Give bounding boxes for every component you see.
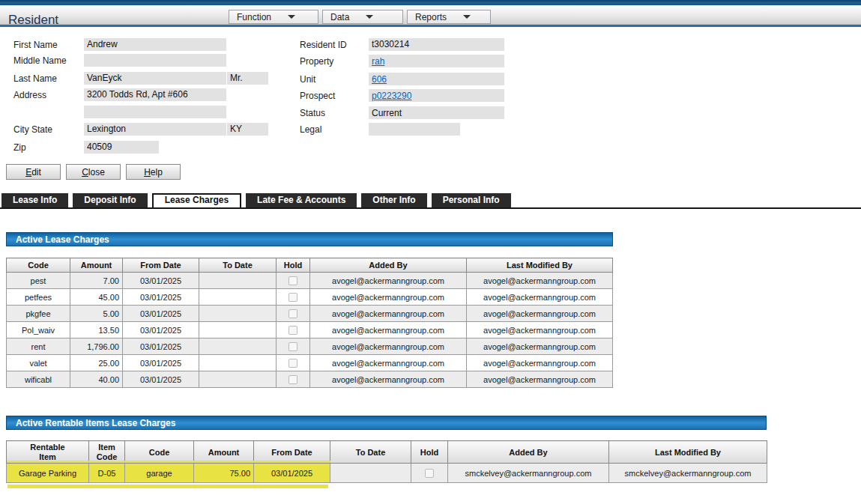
column-header: Hold [277,258,310,273]
address-line1-field[interactable] [84,88,226,101]
prospect-field: p0223290 [369,89,504,102]
first-name-label: First Name [13,40,58,50]
table-cell: 75.00 [194,464,254,483]
hold-cell [277,371,310,388]
column-header: Hold [411,441,448,464]
close-button[interactable]: Close [66,164,121,180]
column-header: Amount [194,441,254,464]
table-cell [199,306,277,322]
table-cell: garage [125,464,194,483]
table-cell: 03/01/2025 [123,289,199,306]
column-header: Last Modified By [609,441,767,464]
column-header: To Date [330,441,411,464]
table-cell: smckelvey@ackermanngroup.com [448,464,609,483]
help-button[interactable]: Help [126,164,181,180]
rentable-items-banner: Active Rentable Items Lease Charges [6,416,767,430]
resident-window: Resident Function Data Reports First Nam… [0,0,861,504]
reports-menu-label: Reports [415,12,447,22]
table-cell [199,371,277,388]
tab-personal-info[interactable]: Personal Info [432,193,511,207]
middle-name-field[interactable] [84,54,226,67]
table-cell: 40.00 [70,371,123,388]
table-cell: 13.50 [70,322,123,338]
table-cell: 25.00 [70,355,123,371]
column-header: From Date [123,258,199,273]
function-menu-label: Function [237,12,271,22]
table-cell: 03/01/2025 [123,355,199,371]
property-link[interactable]: rah [372,56,384,67]
table-cell: Garage Parking [7,464,89,483]
city-state-label: City State [13,124,52,135]
tab-lease-charges[interactable]: Lease Charges [152,193,241,207]
hold-checkbox [288,375,297,384]
tab-late-fee-accounts[interactable]: Late Fee & Accounts [246,193,357,207]
city-field[interactable] [84,123,226,136]
hold-checkbox [288,342,297,351]
hold-cell [411,464,448,483]
table-cell: 45.00 [70,289,123,306]
address-line2-field[interactable] [84,106,226,118]
legal-field[interactable] [369,123,460,136]
table-cell: 03/01/2025 [254,464,330,483]
table-cell: 03/01/2025 [123,273,199,289]
table-cell: 1,796.00 [70,338,123,355]
table-cell [199,322,277,338]
hold-checkbox [288,359,297,368]
table-cell: petfees [7,289,70,306]
chevron-down-icon [463,15,471,19]
table-row: Garage ParkingD-05garage75.0003/01/2025s… [7,464,767,483]
prospect-label: Prospect [300,91,335,101]
edit-button[interactable]: Edit [6,164,61,180]
hold-checkbox [288,326,297,335]
column-header: Added By [448,441,609,464]
table-cell: avogel@ackermanngroup.com [467,289,613,306]
table-cell [199,355,277,371]
reports-menu[interactable]: Reports [407,10,491,24]
property-label: Property [300,56,333,67]
state-field[interactable] [227,123,268,136]
data-menu[interactable]: Data [322,10,403,24]
table-cell [199,289,277,306]
hold-checkbox [288,309,297,318]
first-name-field[interactable] [84,38,226,51]
table-row: Pol_waiv13.5003/01/2025avogel@ackermanng… [7,322,613,338]
table-cell: avogel@ackermanngroup.com [310,322,467,338]
data-menu-label: Data [330,12,349,22]
column-header: Added By [310,258,467,273]
column-header: From Date [254,441,330,464]
resident-id-field[interactable] [369,38,504,51]
table-cell: Pol_waiv [7,322,70,338]
table-cell: 03/01/2025 [123,338,199,355]
table-cell: 03/01/2025 [123,371,199,388]
zip-label: Zip [13,142,26,153]
table-row: petfees45.0003/01/2025avogel@ackermanngr… [7,289,613,306]
last-name-field[interactable] [84,72,226,85]
table-row: wificabl40.0003/01/2025avogel@ackermanng… [7,371,613,388]
unit-link[interactable]: 606 [372,74,387,85]
tab-lease-info[interactable]: Lease Info [1,193,68,207]
table-cell [330,464,411,483]
function-menu[interactable]: Function [229,10,318,24]
active-lease-charges-table-wrap: CodeAmountFrom DateTo DateHoldAdded ByLa… [6,258,613,388]
active-lease-charges-banner: Active Lease Charges [6,232,613,246]
rentable-items-table-wrap: Rentable ItemItem CodeCodeAmountFrom Dat… [6,440,767,483]
table-cell: avogel@ackermanngroup.com [310,289,467,306]
table-row: valet25.0003/01/2025avogel@ackermanngrou… [7,355,613,371]
table-row: rent1,796.0003/01/2025avogel@ackermanngr… [7,338,613,355]
hold-cell [277,322,310,338]
active-lease-charges-table: CodeAmountFrom DateTo DateHoldAdded ByLa… [6,258,613,388]
table-cell: avogel@ackermanngroup.com [310,306,467,322]
prospect-link[interactable]: p0223290 [372,91,411,101]
table-cell [199,338,277,355]
tab-other-info[interactable]: Other Info [361,193,426,207]
table-cell: avogel@ackermanngroup.com [467,338,613,355]
tab-deposit-info[interactable]: Deposit Info [73,193,147,207]
chevron-down-icon [366,15,373,19]
unit-label: Unit [300,74,315,85]
status-label: Status [300,108,325,118]
salutation-field[interactable] [227,72,268,85]
property-field: rah [369,55,504,67]
highlight-annotation-bar [7,485,328,488]
resident-id-label: Resident ID [300,40,347,50]
zip-field[interactable] [84,141,159,154]
